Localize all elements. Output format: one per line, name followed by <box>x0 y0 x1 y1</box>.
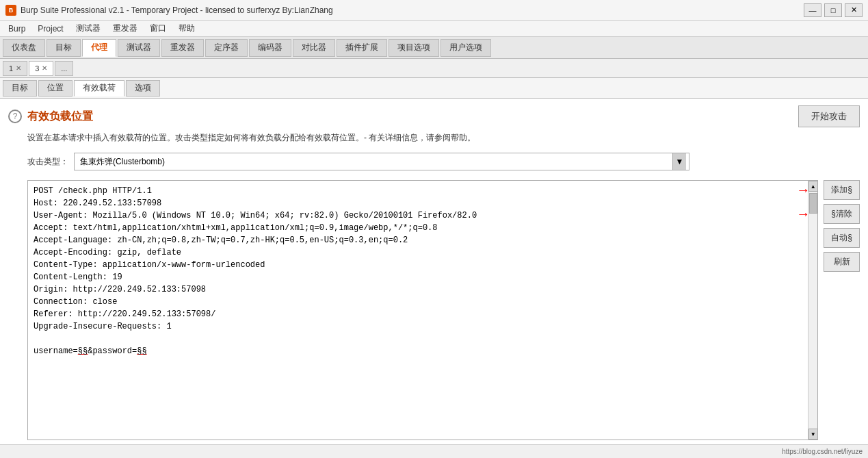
tab-dashboard[interactable]: 仪表盘 <box>3 39 45 57</box>
tab-target[interactable]: 目标 <box>47 39 81 57</box>
tab-repeater[interactable]: 重发器 <box>161 39 204 57</box>
scroll-thumb[interactable] <box>809 193 817 214</box>
page-description: 设置在基本请求中插入有效载荷的位置。攻击类型指定如何将有效负载分配给有效载荷位置… <box>27 131 860 144</box>
clear-payload-button[interactable]: §清除 <box>824 204 860 224</box>
clear-btn-row: → §清除 <box>824 204 860 224</box>
minimize-button[interactable]: — <box>804 3 821 17</box>
menu-repeater[interactable]: 重发器 <box>107 21 143 36</box>
page-title-row: ? 有效负载位置 开始攻击 <box>8 105 860 127</box>
start-attack-button[interactable]: 开始攻击 <box>798 105 860 127</box>
tab-decoder[interactable]: 编码器 <box>249 39 291 57</box>
scroll-down-button[interactable]: ▼ <box>808 429 818 440</box>
sub-tab-1-close[interactable]: ✕ <box>16 64 21 72</box>
app-icon: B <box>5 5 16 16</box>
request-textarea-wrapper: POST /check.php HTTP/1.1 Host: 220.249.5… <box>27 180 818 440</box>
title-bar-left: B Burp Suite Professional v2.1 - Tempora… <box>5 5 333 16</box>
section-tab-target[interactable]: 目标 <box>3 80 37 97</box>
page-title: 有效负载位置 <box>27 110 93 124</box>
maximize-button[interactable]: □ <box>824 3 842 17</box>
action-buttons-column: → 添加§ → §清除 自动§ 刷新 <box>824 180 860 440</box>
tab-project-options[interactable]: 项目选项 <box>389 39 439 57</box>
clear-arrow-icon: → <box>796 206 810 222</box>
sub-tab-more[interactable]: ... <box>55 61 73 76</box>
title-bar: B Burp Suite Professional v2.1 - Tempora… <box>0 0 868 21</box>
attack-type-select[interactable]: 集束炸弹(Clusterbomb) ▼ <box>74 153 689 170</box>
menu-window[interactable]: 窗口 <box>144 21 172 36</box>
sub-tab-1[interactable]: 1 ✕ <box>3 61 27 76</box>
tab-intruder[interactable]: 测试器 <box>118 39 160 57</box>
attack-type-value: 集束炸弹(Clusterbomb) <box>77 156 672 168</box>
status-bar: https://blog.csdn.net/liyuze <box>0 444 868 458</box>
menu-tester[interactable]: 测试器 <box>70 21 106 36</box>
attack-type-label: 攻击类型： <box>27 156 68 168</box>
title-bar-controls: — □ ✕ <box>804 3 863 17</box>
content-area: ? 有效负载位置 开始攻击 设置在基本请求中插入有效载荷的位置。攻击类型指定如何… <box>0 99 868 447</box>
menu-help[interactable]: 帮助 <box>173 21 200 36</box>
attack-type-row: 攻击类型： 集束炸弹(Clusterbomb) ▼ <box>27 153 860 170</box>
section-tab-options[interactable]: 选项 <box>126 80 160 97</box>
add-payload-button[interactable]: 添加§ <box>824 180 860 200</box>
tab-sequencer[interactable]: 定序器 <box>205 39 248 57</box>
menu-project[interactable]: Project <box>32 23 68 35</box>
sub-tab-3[interactable]: 3 ✕ <box>29 61 53 76</box>
add-arrow-icon: → <box>796 182 810 198</box>
sub-tab-bar: 1 ✕ 3 ✕ ... <box>0 59 868 78</box>
section-tab-payload[interactable]: 有效载荷 <box>74 80 124 97</box>
main-tab-bar: 仪表盘 目标 代理 测试器 重发器 定序器 编码器 对比器 插件扩展 项目选项 … <box>0 37 868 59</box>
dropdown-arrow-icon[interactable]: ▼ <box>672 153 686 170</box>
section-tab-position[interactable]: 位置 <box>38 80 73 97</box>
refresh-button[interactable]: 刷新 <box>824 252 860 272</box>
close-button[interactable]: ✕ <box>845 3 863 17</box>
sub-tab-3-close[interactable]: ✕ <box>42 64 47 72</box>
request-content[interactable]: POST /check.php HTTP/1.1 Host: 220.249.5… <box>28 181 808 440</box>
window-title: Burp Suite Professional v2.1 - Temporary… <box>21 5 333 15</box>
tab-user-options[interactable]: 用户选项 <box>440 39 491 57</box>
auto-payload-button[interactable]: 自动§ <box>824 228 860 248</box>
help-icon[interactable]: ? <box>8 110 22 123</box>
menu-burp[interactable]: Burp <box>3 23 31 35</box>
status-url: https://blog.csdn.net/liyuze <box>782 448 863 455</box>
request-section: POST /check.php HTTP/1.1 Host: 220.249.5… <box>27 180 860 440</box>
section-tab-bar: 目标 位置 有效载荷 选项 <box>0 78 868 99</box>
tab-proxy[interactable]: 代理 <box>82 39 116 57</box>
tab-extender[interactable]: 插件扩展 <box>337 39 387 57</box>
tab-comparer[interactable]: 对比器 <box>293 39 335 57</box>
menu-bar: Burp Project 测试器 重发器 窗口 帮助 <box>0 21 868 37</box>
add-btn-row: → 添加§ <box>824 180 860 200</box>
